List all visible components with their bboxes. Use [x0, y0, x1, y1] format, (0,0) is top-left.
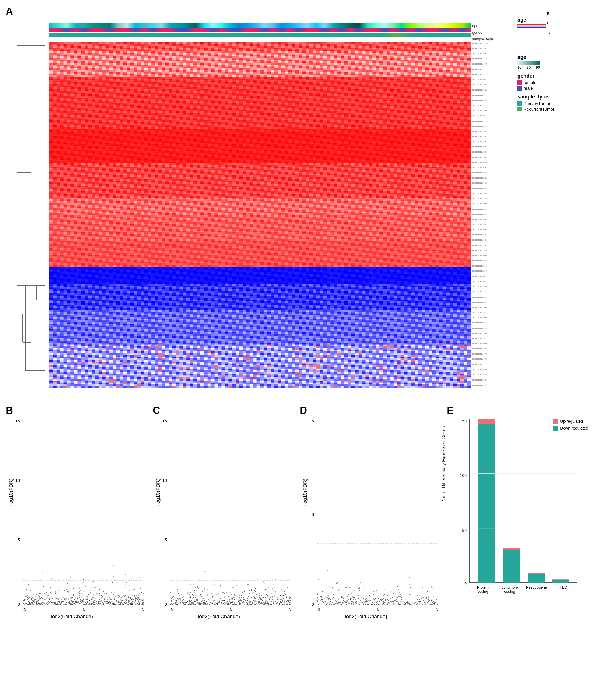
gene-label: ENSG00000120899 — [472, 317, 488, 319]
age-max-label: 90 — [536, 65, 540, 70]
panel-c-label: C — [153, 405, 160, 417]
gene-label: ENSG00000163939 — [472, 74, 488, 76]
down-regulated-swatch — [553, 426, 558, 431]
down-regulated-label: Down-regulated — [560, 426, 588, 430]
gene-label: ENSG00000174775 — [472, 63, 488, 65]
volcano-c-canvas — [170, 419, 291, 605]
gene-label: ENSG00000121879 — [472, 198, 488, 200]
gene-label: ENSG00000125868 — [472, 306, 488, 308]
age-legend-title: age — [517, 54, 591, 60]
volcano-d-x-ticks: -303 — [317, 607, 438, 611]
gene-label: ENSG00000146648 — [472, 58, 488, 60]
gene-label: ENSG00000101096 — [472, 296, 488, 298]
panel-e-label: E — [447, 405, 453, 417]
gene-label: ENSG00000197122 — [472, 69, 488, 71]
gene-label: ENSG00000135318 — [472, 250, 488, 252]
panel-e: E No. of Differentially Expressed Genes … — [447, 405, 588, 688]
bar-legend: Up-regulated Down-regulated — [553, 419, 588, 431]
figure-container: A age gender sample_type — [0, 0, 598, 700]
gene-label: ENSG00000130208 — [472, 229, 488, 231]
age-mid-label: 30 — [527, 65, 531, 70]
male-label: male — [524, 86, 533, 91]
gene-label: ENSG00000142185 — [472, 245, 488, 246]
gene-label: ENSG00000140443 — [472, 79, 488, 81]
primary-tumor-item: PrimaryTumor — [517, 101, 591, 106]
heatmap-body — [50, 43, 471, 388]
dendrogram-svg — [14, 31, 48, 388]
gene-label: ENSG00000095832 — [472, 177, 488, 179]
gender-legend-title: gender — [517, 73, 591, 79]
gene-label: ENSG00000168036 — [472, 187, 488, 189]
gene-label: ENSG00000165816 — [472, 208, 488, 210]
gene-label: ENSG00000130449 — [472, 265, 488, 267]
heatmap-high-label: 5 — [547, 11, 591, 16]
gene-label: ENSG00000170296 — [472, 161, 488, 164]
sample-type-annotation-bar — [50, 33, 471, 37]
gene-label: ENSG00000133789 — [472, 172, 488, 174]
gene-label: ENSG00000151690 — [472, 110, 488, 112]
gene-label: ENSG00000113580 — [472, 286, 488, 288]
volcano-d-plot-area — [317, 419, 438, 605]
gender-legend-section: gender female male — [517, 73, 591, 91]
gene-label: ENSG00000185245 — [472, 125, 488, 127]
gene-label: ENSG00000148677 — [472, 105, 488, 107]
bar-chart-canvas — [470, 419, 577, 583]
sample-type-legend-section: sample_type PrimaryTumor RecurrentTumor — [517, 94, 591, 111]
gene-label: ENSG00000108384 — [472, 224, 488, 226]
volcano-b-plot-area — [23, 419, 144, 605]
gene-label: ENSG00000136158 — [472, 348, 488, 350]
gene-label: ENSG00000100346 — [472, 94, 488, 96]
gene-label: ENSG00000196208 — [472, 343, 488, 345]
gene-label: ENSG00000167083 — [472, 99, 488, 101]
gene-label: ENSG00000181143 — [472, 327, 488, 329]
volcano-b-canvas — [23, 419, 144, 605]
dendrogram-left — [14, 31, 48, 388]
male-swatch — [517, 86, 522, 91]
annotation-track — [50, 23, 471, 40]
down-regulated-legend-item: Down-regulated — [553, 426, 588, 431]
bar-y-ticks: 150 100 50 0 — [447, 419, 468, 583]
gender-female-item: female — [517, 80, 591, 85]
gene-label: ENSG00000198848 — [472, 255, 488, 257]
bar-y-label: No. of Differentially Expressed Genes — [441, 421, 446, 506]
gene-label: ENSG00000165757 — [472, 167, 488, 169]
recurrent-tumor-swatch — [517, 107, 522, 111]
gene-label: ENSG00000105976 — [472, 374, 488, 376]
up-regulated-swatch — [553, 419, 558, 424]
volcano-d-canvas — [317, 419, 438, 605]
gene-label: ENSG00000104763 — [472, 84, 488, 86]
gene-label: ENSG00000119969 — [472, 203, 488, 205]
gene-label: ENSG00000107968 — [472, 260, 488, 262]
volcano-c-x-ticks: -505 — [170, 607, 291, 611]
gene-label: ENSG00000141510 — [472, 43, 488, 44]
gene-label: ENSG00000157764 — [472, 332, 488, 334]
bar-x-labels: Protein coding Long non-coding Pseudogen… — [469, 585, 577, 594]
primary-tumor-swatch — [517, 101, 522, 106]
gene-label: ENSG00000133703 — [472, 193, 488, 195]
heatmap-scale-legend: age 5 0 -5 — [517, 17, 591, 34]
up-regulated-legend-item: Up-regulated — [553, 419, 588, 424]
gene-label: ENSG00000143321 — [472, 312, 488, 314]
gene-label: ENSG00000134982 — [472, 219, 488, 220]
age-label: age — [472, 23, 493, 29]
gene-label: ENSG00000159111 — [472, 115, 488, 117]
gene-label: ENSG00000139618 — [472, 182, 488, 184]
gene-label: ENSG00000179218 — [472, 358, 488, 360]
gene-label: ENSG00000103197 — [472, 301, 488, 303]
annotation-labels: age gender sample_type — [472, 23, 493, 43]
gene-label: ENSG00000145990 — [472, 369, 488, 371]
heatmap-gradient — [517, 24, 546, 28]
female-swatch — [517, 80, 522, 85]
gene-label: ENSG00000171843 — [472, 130, 488, 132]
gene-label: ENSG00000109832 — [472, 89, 488, 91]
gene-label: ENSG00000133048 — [472, 270, 488, 272]
gender-annotation-bar — [50, 28, 471, 32]
gene-label: ENSG00000105173 — [472, 338, 488, 340]
gene-label: ENSG00000101347 — [472, 135, 488, 138]
volcano-b-x-label: log2(Fold Change) — [51, 614, 93, 620]
volcano-b-y-ticks: 15 10 5 0 — [6, 419, 21, 605]
bottom-panels: B -log10(FDR) log2(Fold Change) 15 10 5 … — [6, 405, 588, 693]
heatmap-section: age gender sample_type — [6, 6, 520, 396]
sample-type-legend-title: sample_type — [517, 94, 591, 100]
volcano-d-y-ticks: 6 3 0 — [300, 419, 315, 605]
